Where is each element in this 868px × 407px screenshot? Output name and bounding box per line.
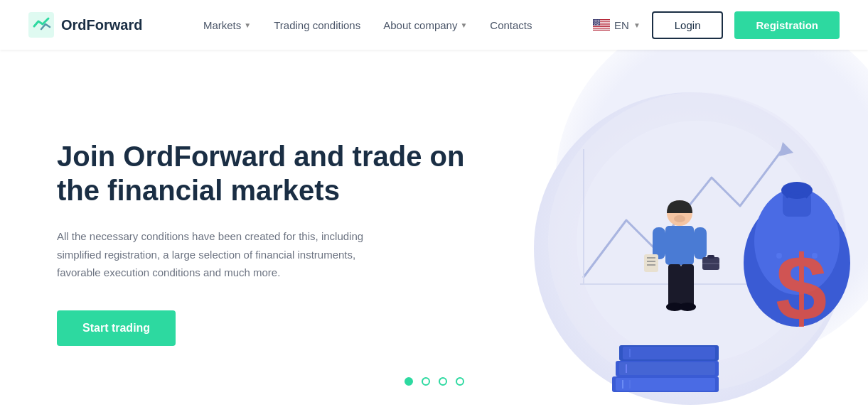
start-trading-button[interactable]: Start trading [57,310,176,346]
svg-point-15 [596,21,596,21]
svg-point-31 [599,23,600,24]
carousel-dot-2[interactable] [422,377,430,386]
markets-chevron-icon: ▼ [244,21,251,29]
svg-text:$: $ [776,236,827,340]
logo-text: OrdForward [61,17,142,33]
svg-point-24 [596,23,596,23]
svg-point-18 [594,21,594,22]
hero-section: Join OrdForward and trade on the financi… [0,50,868,407]
svg-point-73 [679,303,696,311]
svg-rect-70 [668,264,681,307]
svg-point-29 [596,23,597,24]
nav-trading-conditions[interactable]: Trading conditions [274,19,360,31]
svg-point-11 [596,20,597,21]
svg-point-21 [598,21,599,22]
login-button[interactable]: Login [652,11,724,39]
flag-icon [593,19,610,31]
svg-point-16 [597,21,598,21]
svg-rect-62 [644,254,658,272]
svg-point-28 [595,23,596,24]
svg-rect-53 [619,362,715,375]
nav-contacts[interactable]: Contacts [490,19,532,31]
about-chevron-icon: ▼ [460,21,467,29]
svg-point-19 [595,21,596,22]
svg-point-9 [594,20,594,21]
logo-icon [28,12,54,38]
svg-rect-6 [593,27,610,28]
nav-markets[interactable]: Markets ▼ [203,19,251,31]
nav-right: EN ▼ Login Registration [593,11,840,39]
svg-point-22 [599,21,600,22]
svg-point-25 [597,23,598,23]
svg-rect-5 [593,26,610,26]
svg-point-10 [595,20,596,21]
svg-point-26 [599,23,599,23]
hero-content: Join OrdForward and trade on the financi… [57,139,469,346]
svg-point-33 [596,24,596,25]
nav-links: Markets ▼ Trading conditions About compa… [203,19,532,31]
nav-about-company[interactable]: About company ▼ [383,19,467,31]
svg-point-12 [598,20,599,21]
svg-point-59 [674,215,685,222]
registration-button[interactable]: Registration [734,11,840,39]
svg-point-34 [597,24,598,25]
carousel-dot-1[interactable] [404,377,413,386]
svg-rect-71 [681,264,694,307]
carousel-dots [404,377,464,386]
svg-rect-0 [28,12,54,38]
svg-point-13 [599,20,600,21]
svg-rect-66 [694,227,707,259]
hero-illustration: $ [498,78,868,407]
svg-point-17 [599,21,599,21]
svg-rect-49 [616,378,715,391]
language-selector[interactable]: EN ▼ [593,19,641,31]
language-label: EN [614,19,629,31]
carousel-dot-3[interactable] [439,377,447,386]
carousel-dot-4[interactable] [456,377,464,386]
svg-point-35 [599,24,599,25]
hero-title: Join OrdForward and trade on the financi… [57,139,469,207]
svg-point-30 [598,23,599,24]
svg-rect-60 [665,226,694,265]
hero-subtitle: All the necessary conditions have been c… [57,227,398,282]
svg-rect-68 [707,255,714,259]
lang-chevron-icon: ▼ [633,21,641,29]
svg-point-23 [594,23,595,23]
svg-point-20 [596,21,597,22]
svg-point-27 [594,23,594,24]
svg-point-14 [594,21,595,21]
hero-svg-illustration: $ [498,78,868,407]
svg-rect-56 [623,347,715,359]
svg-point-32 [594,24,595,25]
navbar: OrdForward Markets ▼ Trading conditions … [0,0,868,50]
logo[interactable]: OrdForward [28,12,142,38]
svg-rect-7 [593,29,610,30]
